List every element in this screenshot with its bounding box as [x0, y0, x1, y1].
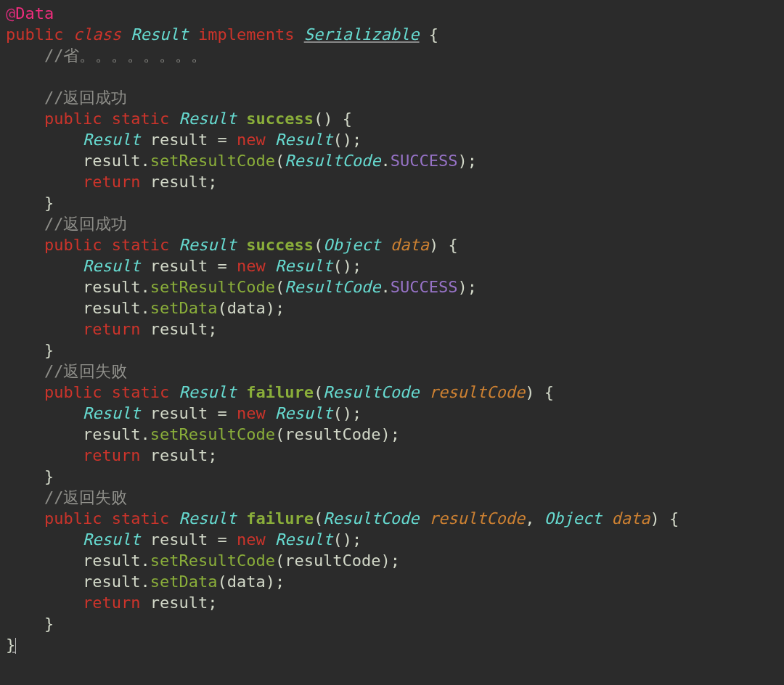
- kw-public: public: [44, 236, 102, 254]
- type-result: Result: [131, 25, 188, 44]
- comma: ,: [525, 509, 534, 528]
- paren-close: ): [343, 131, 352, 149]
- dot: .: [140, 573, 150, 591]
- type-result: Result: [275, 131, 332, 149]
- paren-close: ): [650, 509, 660, 528]
- type-result: Result: [83, 404, 140, 422]
- paren-open: (: [275, 152, 285, 170]
- brace-open: {: [343, 110, 352, 128]
- paren-open: (: [314, 509, 323, 528]
- id-result: result: [83, 573, 140, 591]
- annotation-name: Data: [15, 4, 54, 22]
- id-result: result: [150, 446, 208, 464]
- param-resultCode: resultCode: [429, 383, 525, 401]
- paren-open: (: [217, 573, 226, 591]
- kw-new: new: [237, 530, 266, 549]
- fn-setData: setData: [150, 573, 218, 591]
- id-resultCode: resultCode: [285, 551, 380, 570]
- kw-return: return: [83, 446, 140, 464]
- kw-static: static: [112, 236, 169, 254]
- brace-close: }: [6, 636, 15, 654]
- paren-open: (: [314, 110, 323, 128]
- paren-close: ): [458, 278, 467, 296]
- dot: .: [140, 299, 150, 317]
- type-resultcode: ResultCode: [285, 278, 380, 296]
- paren-close: ): [343, 404, 352, 422]
- type-result: Result: [83, 257, 140, 275]
- id-result: result: [150, 173, 208, 191]
- semicolon: ;: [352, 131, 362, 149]
- fn-failure: failure: [246, 509, 314, 528]
- dot: .: [381, 278, 391, 296]
- id-result: result: [150, 530, 208, 549]
- paren-close: ): [381, 551, 391, 570]
- id-data: data: [227, 299, 266, 317]
- paren-open: (: [332, 257, 342, 275]
- type-result: Result: [275, 257, 332, 275]
- semicolon: ;: [467, 152, 477, 170]
- dot: .: [140, 425, 150, 443]
- comment-failure-2: //返回失败: [44, 488, 128, 506]
- id-result: result: [150, 257, 208, 275]
- equals: =: [217, 404, 226, 422]
- id-result: result: [150, 131, 208, 149]
- id-resultCode: resultCode: [285, 425, 380, 443]
- paren-close: ): [266, 573, 275, 591]
- annotation-at: @: [6, 4, 15, 22]
- semicolon: ;: [352, 404, 362, 422]
- semicolon: ;: [208, 320, 217, 338]
- type-result: Result: [179, 509, 236, 528]
- kw-public: public: [44, 509, 102, 528]
- paren-open: (: [275, 278, 285, 296]
- type-result: Result: [83, 530, 140, 549]
- semicolon: ;: [275, 573, 285, 591]
- equals: =: [217, 530, 226, 549]
- semicolon: ;: [352, 257, 362, 275]
- brace-open: {: [544, 383, 554, 401]
- fn-setResultCode: setResultCode: [150, 551, 275, 570]
- id-result: result: [150, 404, 208, 422]
- id-result: result: [150, 594, 208, 612]
- kw-public: public: [44, 110, 102, 128]
- kw-static: static: [112, 509, 169, 528]
- id-result: result: [150, 320, 208, 338]
- id-data: data: [227, 573, 266, 591]
- type-resultcode: ResultCode: [323, 509, 419, 528]
- param-data: data: [612, 509, 650, 528]
- kw-new: new: [237, 404, 266, 422]
- kw-class: class: [73, 25, 121, 44]
- paren-close: ): [323, 110, 332, 128]
- paren-close: ): [266, 299, 275, 317]
- dot: .: [381, 152, 391, 170]
- kw-return: return: [83, 320, 140, 338]
- type-resultcode: ResultCode: [323, 383, 419, 401]
- kw-static: static: [112, 110, 169, 128]
- paren-close: ): [429, 236, 438, 254]
- param-data: data: [391, 236, 429, 254]
- paren-open: (: [332, 404, 342, 422]
- type-result: Result: [179, 110, 236, 128]
- equals: =: [217, 257, 226, 275]
- brace-close: }: [44, 467, 54, 485]
- paren-close: ): [458, 152, 467, 170]
- code-editor[interactable]: @Data public class Result implements Ser…: [0, 0, 784, 658]
- dot: .: [140, 152, 150, 170]
- kw-new: new: [237, 131, 266, 149]
- brace-open: {: [448, 236, 457, 254]
- kw-new: new: [237, 257, 266, 275]
- const-success: SUCCESS: [391, 152, 458, 170]
- semicolon: ;: [391, 551, 400, 570]
- paren-open: (: [332, 131, 342, 149]
- fn-success: success: [246, 236, 314, 254]
- fn-failure: failure: [246, 383, 314, 401]
- param-resultCode: resultCode: [429, 509, 525, 528]
- semicolon: ;: [208, 446, 217, 464]
- type-serializable: Serializable: [304, 25, 420, 44]
- paren-open: (: [275, 425, 285, 443]
- paren-close: ): [343, 530, 352, 549]
- id-result: result: [83, 152, 140, 170]
- paren-open: (: [314, 383, 323, 401]
- brace-open: {: [429, 25, 438, 44]
- kw-public: public: [6, 25, 63, 44]
- kw-implements: implements: [198, 25, 294, 44]
